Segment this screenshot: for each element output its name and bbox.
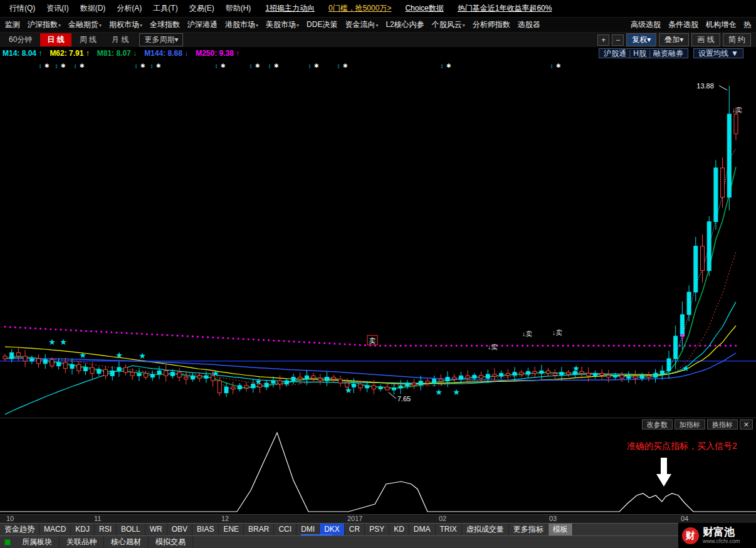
- nav-item[interactable]: 全球指数: [146, 19, 184, 30]
- chevron-down-icon: ▾: [680, 35, 683, 44]
- indicator-tab[interactable]: 资金趋势: [0, 524, 39, 535]
- nav-item[interactable]: 热: [740, 19, 755, 30]
- nav-item[interactable]: L2核心内参: [382, 19, 428, 30]
- bottom-tab[interactable]: 所属板块: [15, 536, 60, 548]
- candle-body: [466, 376, 470, 378]
- main-kline-chart[interactable]: 13.887.65★★★★★★★★★★★★★卖↓卖↓卖↓卖↓卖T↨✱↨✱↨✱↨✱…: [0, 59, 756, 418]
- chevron-down-icon: ▾: [99, 23, 102, 28]
- signal-glyph: ↨: [337, 63, 340, 69]
- scrollbar-thumb[interactable]: [301, 534, 332, 535]
- zoom-in-button[interactable]: +: [597, 34, 609, 46]
- candle-body: [500, 373, 503, 376]
- menu-item[interactable]: 资讯(I): [41, 3, 74, 14]
- candle-body: [110, 371, 114, 376]
- indicator-tab[interactable]: 模板: [549, 524, 573, 535]
- candle-body: [674, 336, 678, 359]
- promo-link[interactable]: 0门槛，抢5000万>: [328, 3, 391, 14]
- candle-body: [43, 360, 47, 364]
- indicator-tab[interactable]: DMA: [409, 524, 436, 535]
- promo-link[interactable]: Choice数据: [405, 3, 443, 14]
- nav-item[interactable]: 机构增仓: [702, 19, 740, 30]
- nav-item[interactable]: 期权市场▾: [105, 19, 146, 30]
- indicator-tab[interactable]: BIAS: [192, 524, 219, 535]
- indicator-tab[interactable]: RSI: [95, 524, 117, 535]
- market-tab[interactable]: 沪股通: [604, 49, 626, 58]
- promo-link[interactable]: 1招揭主力动向: [265, 3, 315, 14]
- adjust-price-button[interactable]: 复权▾: [626, 33, 656, 46]
- menu-item[interactable]: 分析(A): [111, 3, 147, 14]
- indicator-tab[interactable]: CCI: [274, 524, 297, 535]
- xaxis: 1011122017020304: [0, 514, 756, 523]
- nav-item[interactable]: 条件选股: [664, 19, 702, 30]
- indicator-tab[interactable]: 虚拟成交量: [462, 524, 509, 535]
- nav-item[interactable]: 美股市场▾: [262, 19, 303, 30]
- period-tab[interactable]: 60分钟: [2, 33, 39, 46]
- ma-legend-item: M62: 7.91 ↑: [50, 49, 89, 58]
- signal-glyph: ✱: [556, 63, 561, 69]
- indicator-tab[interactable]: 更多指标: [509, 524, 549, 535]
- overlay-button[interactable]: 叠加▾: [659, 33, 689, 46]
- nav-item[interactable]: 高级选股: [627, 19, 664, 30]
- nav-item[interactable]: 港股市场▾: [221, 19, 262, 30]
- candle-body: [593, 373, 597, 376]
- indicator-tab[interactable]: ENE: [219, 524, 244, 535]
- nav-item[interactable]: DDE决策: [303, 19, 341, 30]
- indicator-tab[interactable]: KDJ: [71, 524, 95, 535]
- period-tab[interactable]: 更多周期▾: [139, 33, 183, 46]
- signal-glyph: ✱: [446, 63, 451, 69]
- candle-body: [567, 372, 570, 374]
- indicator-tab[interactable]: BOLL: [117, 524, 145, 535]
- menu-item[interactable]: 行情(Q): [4, 3, 41, 14]
- nav-item[interactable]: 个股风云▾: [428, 19, 469, 30]
- signal-glyph: ✱: [80, 63, 85, 69]
- indicator-tab[interactable]: PSY: [365, 524, 389, 535]
- zoom-out-button[interactable]: −: [612, 34, 624, 46]
- nav-item[interactable]: 选股器: [514, 19, 544, 30]
- menu-item[interactable]: 交易(E): [184, 3, 220, 14]
- bottom-tab[interactable]: 模拟交易: [149, 536, 193, 548]
- subchart-button[interactable]: 换指标: [707, 419, 738, 429]
- bottom-tab[interactable]: 核心题材: [104, 536, 149, 548]
- candle-body: [124, 367, 128, 372]
- nav-item[interactable]: 沪深指数▾: [24, 19, 65, 30]
- market-tab[interactable]: 融资融券: [653, 49, 683, 58]
- period-tab[interactable]: 月 线: [105, 33, 135, 46]
- indicator-tab[interactable]: KD: [389, 524, 409, 535]
- chevron-down-icon: ▾: [256, 23, 258, 28]
- subchart-button[interactable]: 改参数: [642, 419, 673, 429]
- period-tab[interactable]: 日 线: [40, 33, 71, 46]
- menu-item[interactable]: 工具(T): [147, 3, 183, 14]
- bottom-tab[interactable]: 关联品种: [60, 536, 104, 548]
- indicator-subchart[interactable]: 准确的买点指标，买入信号2: [0, 430, 756, 514]
- subchart-button[interactable]: 加指标: [675, 419, 705, 429]
- indicator-tab[interactable]: MACD: [39, 524, 71, 535]
- market-tab[interactable]: H股: [633, 49, 646, 58]
- candle-body: [493, 374, 496, 376]
- nav-bar: 监测沪深指数▾金融期货▾期权市场▾全球指数沪深港通港股市场▾美股市场▾DDE决策…: [0, 18, 756, 33]
- period-tab[interactable]: 周 线: [73, 33, 103, 46]
- star-marker: ★: [345, 386, 352, 395]
- nav-item[interactable]: 资金流向▾: [341, 19, 382, 30]
- nav-item[interactable]: 分析师指数: [469, 19, 514, 30]
- menu-item[interactable]: 帮助(H): [220, 3, 257, 14]
- indicator-tab[interactable]: CR: [345, 524, 365, 535]
- candle-body: [3, 356, 7, 359]
- indicator-tab[interactable]: BRAR: [244, 524, 274, 535]
- indicator-tab[interactable]: WR: [145, 524, 167, 535]
- menu-item[interactable]: 数据(D): [75, 3, 112, 14]
- nav-item[interactable]: 沪深港通: [184, 19, 221, 30]
- simple-mode-button[interactable]: 简 约: [723, 33, 751, 46]
- signal-glyph: ✱: [140, 63, 145, 69]
- indicator-tab[interactable]: TRIX: [436, 524, 462, 535]
- ma-settings-button[interactable]: 设置均线 ▼: [693, 48, 743, 58]
- draw-line-button[interactable]: 画 线: [691, 33, 720, 46]
- nav-item[interactable]: 金融期货▾: [65, 19, 105, 30]
- candle-body: [83, 367, 87, 371]
- close-icon[interactable]: ✕: [740, 419, 753, 429]
- chevron-down-icon: ▾: [174, 35, 178, 44]
- candle-body: [285, 381, 288, 384]
- promo-link[interactable]: 热门基金近1年收益率超60%: [458, 3, 552, 14]
- indicator-tab[interactable]: OBV: [167, 524, 192, 535]
- nav-item[interactable]: 监测: [1, 19, 24, 30]
- candle-body: [372, 386, 375, 389]
